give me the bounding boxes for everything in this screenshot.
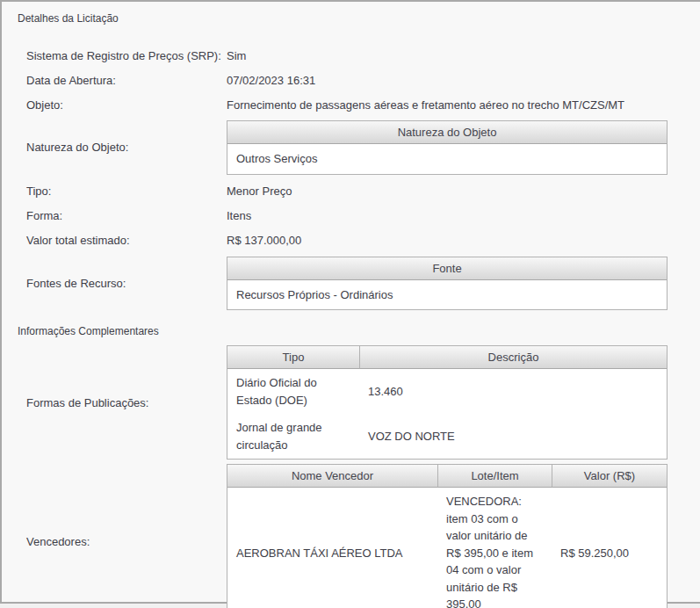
publicacoes-table: Tipo Descrição Diário Oficial do Estado … <box>227 345 668 460</box>
vencedores-header-lote-item: Lote/Item <box>437 465 552 488</box>
field-value: 07/02/2023 16:31 <box>227 74 700 87</box>
natureza-table: Natureza do Objeto Outros Serviços <box>227 120 668 175</box>
natureza-table-header: Natureza do Objeto <box>227 121 667 144</box>
field-row-srp: Sistema de Registro de Preços (SRP): Sim <box>16 43 700 68</box>
field-row-tipo: Tipo: Menor Preço <box>16 179 700 204</box>
field-value: Menor Preço <box>227 185 700 198</box>
field-row-vencedores: Vencedores: Nome Vencedor Lote/Item Valo… <box>16 464 700 608</box>
vencedores-table: Nome Vencedor Lote/Item Valor (R$) AEROB… <box>227 464 668 608</box>
publicacoes-header-tipo: Tipo <box>227 346 359 369</box>
natureza-table-cell: Outros Serviços <box>227 144 667 174</box>
field-label: Vencedores: <box>16 535 227 548</box>
vencedores-cell-nome: AEROBRAN TÁXI AÉREO LTDA <box>227 488 437 608</box>
field-row-formas-publicacoes: Formas de Publicações: Tipo Descrição Di… <box>16 345 700 460</box>
field-label: Valor total estimado: <box>16 234 227 247</box>
publicacoes-cell-descricao: 13.460 <box>359 369 667 414</box>
field-label: Data de Abertura: <box>16 74 227 87</box>
vencedores-cell-lote-item: VENCEDORA: item 03 com o valor unitário … <box>437 488 552 608</box>
publicacoes-cell-descricao: VOZ DO NORTE <box>359 414 667 459</box>
publicacoes-header-descricao: Descrição <box>359 346 667 369</box>
field-value: Itens <box>227 209 700 222</box>
table-row: Diário Oficial do Estado (DOE) 13.460 <box>227 369 667 414</box>
field-row-objeto: Objeto: Fornecimento de passagens aéreas… <box>16 92 700 117</box>
publicacoes-cell-tipo: Diário Oficial do Estado (DOE) <box>227 369 359 414</box>
field-label: Natureza do Objeto: <box>16 141 227 154</box>
field-row-fontes-recurso: Fontes de Recurso: Fonte Recursos Própri… <box>16 257 700 311</box>
table-row: Jornal de grande circulação VOZ DO NORTE <box>227 414 667 459</box>
panel-title: Detalhes da Licitação <box>18 12 700 25</box>
field-label: Forma: <box>16 209 227 222</box>
field-value: Sim <box>227 49 700 62</box>
fontes-table-cell: Recursos Próprios - Ordinários <box>227 280 667 310</box>
fontes-table-header: Fonte <box>227 257 667 280</box>
field-label: Objeto: <box>16 98 227 112</box>
vencedores-header-valor: Valor (R$) <box>552 465 667 488</box>
field-row-natureza: Natureza do Objeto: Natureza do Objeto O… <box>16 120 700 175</box>
field-label: Sistema de Registro de Preços (SRP): <box>16 49 227 62</box>
field-label: Fontes de Recurso: <box>16 277 227 290</box>
table-row: AEROBRAN TÁXI AÉREO LTDA VENCEDORA: item… <box>227 488 667 608</box>
field-value: R$ 137.000,00 <box>227 234 700 247</box>
section-title-informacoes-complementares: Informações Complementares <box>18 325 700 337</box>
field-row-data-abertura: Data de Abertura: 07/02/2023 16:31 <box>16 68 700 92</box>
field-value: Fornecimento de passagens aéreas e freta… <box>227 98 700 112</box>
field-row-valor-estimado: Valor total estimado: R$ 137.000,00 <box>16 228 700 253</box>
fontes-table: Fonte Recursos Próprios - Ordinários <box>227 257 668 311</box>
licitacao-details-panel: Detalhes da Licitação Sistema de Registr… <box>0 0 700 604</box>
table-row: Recursos Próprios - Ordinários <box>227 280 667 310</box>
vencedores-header-nome: Nome Vencedor <box>227 465 437 488</box>
table-row: Outros Serviços <box>227 144 667 174</box>
publicacoes-cell-tipo: Jornal de grande circulação <box>227 414 359 459</box>
field-label: Tipo: <box>16 185 227 198</box>
field-label: Formas de Publicações: <box>16 396 227 409</box>
field-row-forma: Forma: Itens <box>16 204 700 228</box>
vencedores-cell-valor: R$ 59.250,00 <box>552 488 667 608</box>
